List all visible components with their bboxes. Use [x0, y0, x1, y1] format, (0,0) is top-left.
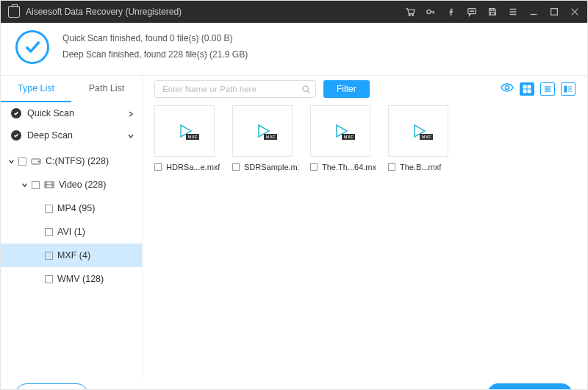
- status-bar: Quick Scan finished, found 0 file(s) (0.…: [1, 23, 587, 75]
- svg-point-2: [427, 10, 431, 13]
- tree-drive[interactable]: C:(NTFS) (228): [1, 149, 142, 173]
- tab-type-list[interactable]: Type List: [1, 76, 71, 102]
- checkbox[interactable]: [232, 163, 240, 171]
- checkbox[interactable]: [154, 163, 162, 171]
- minimize-icon[interactable]: [528, 7, 539, 17]
- file-thumbnail[interactable]: MXF: [232, 105, 293, 157]
- drive-icon: [31, 157, 41, 166]
- content-panel: Filter MXF HDRSa...e.mxf MXF: [143, 76, 587, 378]
- checkmark-dot-icon: [11, 130, 21, 141]
- search-box: [154, 80, 316, 98]
- file-name: HDRSa...e.mxf: [166, 163, 220, 171]
- tab-path-list[interactable]: Path List: [71, 76, 142, 102]
- maximize-icon[interactable]: [549, 7, 559, 17]
- file-item[interactable]: MXF The.B...mxf: [388, 105, 454, 171]
- file-item[interactable]: MXF The.Th...64.mxf: [310, 105, 376, 171]
- facebook-icon[interactable]: [446, 7, 456, 17]
- status-deepscan: Deep Scan finished, found 228 file(s) (2…: [62, 47, 248, 63]
- format-badge: MXF: [342, 134, 355, 140]
- svg-point-0: [409, 15, 410, 16]
- tree-wmv[interactable]: WMV (128): [1, 267, 142, 291]
- file-thumbnail[interactable]: MXF: [310, 105, 370, 157]
- app-title: Aiseesoft Data Recovery (Unregistered): [26, 7, 405, 17]
- format-badge: MXF: [264, 134, 277, 140]
- checkbox[interactable]: [388, 163, 395, 171]
- chevron-right-icon: [127, 110, 135, 117]
- checkbox[interactable]: [18, 157, 26, 166]
- checkbox[interactable]: [45, 252, 53, 260]
- filter-button[interactable]: Filter: [323, 80, 370, 98]
- format-badge: MXF: [420, 134, 433, 140]
- key-icon[interactable]: [426, 7, 436, 17]
- sidebar-deep-scan[interactable]: Deep Scan: [1, 124, 142, 146]
- file-name: The.B...mxf: [400, 163, 441, 171]
- titlebar-controls: [405, 7, 580, 17]
- cart-icon[interactable]: [405, 7, 415, 17]
- tree-mp4-label: MP4 (95): [57, 203, 95, 213]
- tree-mp4[interactable]: MP4 (95): [1, 196, 142, 220]
- deep-scan-label: Deep Scan: [27, 130, 127, 141]
- tree-avi-label: AVI (1): [57, 227, 85, 237]
- main-panel: Type List Path List Quick Scan Deep Scan…: [1, 75, 587, 378]
- recover-button[interactable]: Recover: [487, 383, 573, 390]
- grid-view-button[interactable]: [520, 82, 534, 96]
- svg-rect-19: [564, 86, 567, 92]
- svg-rect-15: [523, 85, 526, 88]
- svg-rect-8: [490, 13, 494, 15]
- svg-point-4: [470, 11, 470, 12]
- checkbox[interactable]: [45, 275, 53, 283]
- detail-view-button[interactable]: [561, 82, 576, 96]
- app-icon: [8, 6, 20, 18]
- menu-icon[interactable]: [508, 7, 518, 17]
- checkbox[interactable]: [45, 205, 53, 213]
- tree-mxf-label: MXF (4): [57, 250, 90, 260]
- file-grid: MXF HDRSa...e.mxf MXF SDRSample.mxf MXF …: [143, 102, 587, 378]
- feedback-icon[interactable]: [467, 7, 477, 17]
- search-input[interactable]: [154, 80, 316, 98]
- quick-scan-label: Quick Scan: [27, 108, 127, 118]
- tree-mxf[interactable]: MXF (4): [1, 244, 142, 267]
- checkbox[interactable]: [310, 163, 318, 171]
- svg-point-1: [412, 15, 414, 16]
- svg-rect-16: [528, 85, 531, 88]
- preview-icon[interactable]: [501, 82, 514, 96]
- sidebar-quick-scan[interactable]: Quick Scan: [1, 102, 142, 124]
- status-quickscan: Quick Scan finished, found 0 file(s) (0.…: [62, 31, 248, 47]
- svg-rect-9: [551, 9, 558, 15]
- checkmark-dot-icon: [11, 108, 21, 118]
- svg-point-11: [38, 161, 40, 163]
- tree-avi[interactable]: AVI (1): [1, 220, 142, 244]
- checkbox[interactable]: [45, 228, 53, 236]
- list-view-button[interactable]: [540, 82, 555, 96]
- file-name: SDRSample.mxf: [244, 163, 298, 171]
- file-thumbnail[interactable]: MXF: [154, 105, 215, 157]
- svg-point-5: [472, 11, 473, 12]
- tree-drive-label: C:(NTFS) (228): [46, 156, 109, 166]
- video-icon: [44, 180, 54, 189]
- file-item[interactable]: MXF SDRSample.mxf: [232, 105, 298, 171]
- checkbox[interactable]: [32, 181, 40, 189]
- tree-video[interactable]: Video (228): [1, 173, 142, 196]
- svg-point-14: [506, 86, 509, 90]
- save-icon[interactable]: [487, 7, 498, 17]
- file-item[interactable]: MXF HDRSa...e.mxf: [154, 105, 220, 171]
- svg-point-6: [473, 11, 474, 12]
- titlebar: Aiseesoft Data Recovery (Unregistered): [1, 1, 587, 23]
- chevron-down-icon: [21, 182, 29, 188]
- close-icon[interactable]: [570, 7, 580, 17]
- svg-rect-7: [490, 9, 493, 11]
- check-circle-icon: [15, 30, 49, 64]
- file-name: The.Th...64.mxf: [322, 163, 376, 171]
- sidebar: Type List Path List Quick Scan Deep Scan…: [1, 76, 143, 378]
- search-icon[interactable]: [301, 84, 312, 94]
- format-badge: MXF: [186, 134, 199, 140]
- file-thumbnail[interactable]: MXF: [388, 105, 448, 157]
- chevron-down-icon: [8, 158, 15, 165]
- footer: Back Recover: [1, 378, 587, 390]
- svg-rect-17: [523, 90, 526, 93]
- tree-wmv-label: WMV (128): [57, 274, 104, 284]
- svg-rect-18: [528, 90, 531, 93]
- back-button[interactable]: Back: [15, 383, 88, 390]
- tree-video-label: Video (228): [59, 180, 106, 190]
- file-tree: C:(NTFS) (228) Video (228) MP4 (95) AVI …: [1, 146, 142, 291]
